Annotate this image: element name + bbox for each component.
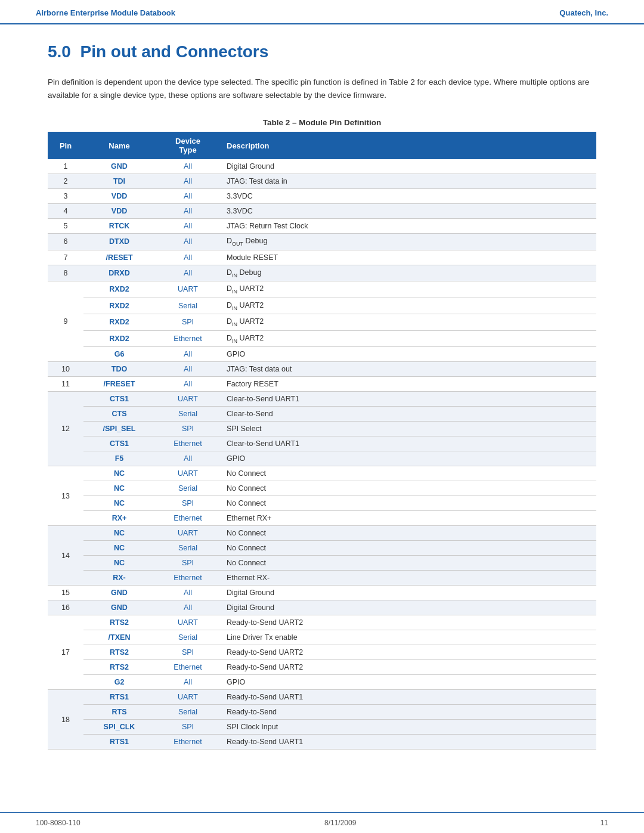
pin-type-cell: All <box>155 189 221 204</box>
table-row: /SPI_SELSPISPI Select <box>48 422 596 436</box>
table-row: F5AllGPIO <box>48 451 596 466</box>
pin-desc-cell: Ready-to-Send UART1 <box>221 690 596 705</box>
pin-name-cell: CTS <box>83 407 155 422</box>
pin-name-cell: RXD2 <box>83 330 155 347</box>
table-row: NCSPINo Connect <box>48 556 596 571</box>
pin-type-cell: UART <box>155 281 221 298</box>
table-row: 14NCUARTNo Connect <box>48 526 596 541</box>
pin-number-cell: 5 <box>48 219 83 234</box>
pin-name-cell: SPI_CLK <box>83 720 155 735</box>
pin-type-cell: Ethernet <box>155 735 221 750</box>
table-row: 12CTS1UARTClear-to-Send UART1 <box>48 392 596 407</box>
pin-name-cell: G6 <box>83 347 155 362</box>
pin-type-cell: All <box>155 451 221 466</box>
pin-desc-cell: Clear-to-Send <box>221 407 596 422</box>
pin-type-cell: All <box>155 159 221 174</box>
pin-type-cell: UART <box>155 392 221 407</box>
pin-desc-cell: Clear-to-Send UART1 <box>221 392 596 407</box>
pin-type-cell: Serial <box>155 481 221 496</box>
pin-number-cell: 3 <box>48 189 83 204</box>
pin-number-cell: 4 <box>48 204 83 219</box>
pin-number-cell: 6 <box>48 234 83 250</box>
pin-type-cell: UART <box>155 526 221 541</box>
table-row: 10TDOAllJTAG: Test data out <box>48 362 596 377</box>
pin-desc-cell: No Connect <box>221 496 596 511</box>
pin-type-cell: SPI <box>155 645 221 660</box>
pin-type-cell: UART <box>155 615 221 630</box>
pin-desc-cell: DIN UART2 <box>221 281 596 298</box>
pin-desc-cell: DIN UART2 <box>221 298 596 314</box>
pin-type-cell: All <box>155 377 221 392</box>
pin-name-cell: F5 <box>83 451 155 466</box>
col-header-pin: Pin <box>48 132 83 159</box>
pin-desc-cell: Digital Ground <box>221 600 596 615</box>
footer-date: 8/11/2009 <box>324 819 356 827</box>
pin-type-cell: SPI <box>155 556 221 571</box>
pin-desc-cell: No Connect <box>221 541 596 556</box>
col-header-type: DeviceType <box>155 132 221 159</box>
table-row: CTSSerialClear-to-Send <box>48 407 596 422</box>
pin-name-cell: G2 <box>83 675 155 690</box>
pin-desc-cell: JTAG: Return Test Clock <box>221 219 596 234</box>
pin-table: Pin Name DeviceType Description 1GNDAllD… <box>48 132 596 750</box>
pin-type-cell: All <box>155 362 221 377</box>
pin-name-cell: GND <box>83 586 155 600</box>
pin-number-cell: 8 <box>48 265 83 281</box>
pin-name-cell: RXD2 <box>83 314 155 331</box>
pin-type-cell: UART <box>155 466 221 481</box>
pin-number-cell: 11 <box>48 377 83 392</box>
pin-desc-cell: Ready-to-Send UART2 <box>221 645 596 660</box>
pin-name-cell: RX+ <box>83 511 155 526</box>
pin-desc-cell: Module RESET <box>221 250 596 265</box>
table-row: 16GNDAllDigital Ground <box>48 600 596 615</box>
pin-type-cell: Ethernet <box>155 436 221 451</box>
pin-type-cell: Ethernet <box>155 660 221 675</box>
header-title-right: Quatech, Inc. <box>559 8 608 17</box>
pin-type-cell: All <box>155 174 221 189</box>
pin-number-cell: 16 <box>48 600 83 615</box>
pin-desc-cell: GPIO <box>221 675 596 690</box>
table-row: RX-EthernetEthernet RX- <box>48 571 596 586</box>
pin-number-cell: 2 <box>48 174 83 189</box>
table-row: 7/RESETAllModule RESET <box>48 250 596 265</box>
pin-type-cell: Serial <box>155 630 221 645</box>
pin-name-cell: RTCK <box>83 219 155 234</box>
pin-desc-cell: Ethernet RX- <box>221 571 596 586</box>
pin-desc-cell: Ready-to-Send UART1 <box>221 735 596 750</box>
pin-name-cell: NC <box>83 526 155 541</box>
table-row: 6DTXDAllDOUT Debug <box>48 234 596 250</box>
pin-desc-cell: SPI Select <box>221 422 596 436</box>
col-header-desc: Description <box>221 132 596 159</box>
pin-number-cell: 1 <box>48 159 83 174</box>
pin-type-cell: Ethernet <box>155 511 221 526</box>
table-row: 9RXD2UARTDIN UART2 <box>48 281 596 298</box>
pin-name-cell: VDD <box>83 189 155 204</box>
pin-name-cell: NC <box>83 481 155 496</box>
pin-name-cell: /SPI_SEL <box>83 422 155 436</box>
pin-type-cell: All <box>155 204 221 219</box>
pin-number-cell: 17 <box>48 615 83 690</box>
pin-type-cell: All <box>155 250 221 265</box>
table-row: RXD2EthernetDIN UART2 <box>48 330 596 347</box>
pin-name-cell: CTS1 <box>83 436 155 451</box>
pin-name-cell: GND <box>83 159 155 174</box>
pin-type-cell: UART <box>155 690 221 705</box>
table-row: RTS1EthernetReady-to-Send UART1 <box>48 735 596 750</box>
pin-desc-cell: Clear-to-Send UART1 <box>221 436 596 451</box>
pin-type-cell: Serial <box>155 705 221 720</box>
table-row: 4VDDAll3.3VDC <box>48 204 596 219</box>
table-row: 15GNDAllDigital Ground <box>48 586 596 600</box>
pin-name-cell: /FRESET <box>83 377 155 392</box>
page-content: 5.0 Pin out and Connectors Pin definitio… <box>0 24 644 785</box>
header-title-left: Airborne Enterprise Module Databook <box>36 8 175 17</box>
pin-type-cell: SPI <box>155 496 221 511</box>
page-header: Airborne Enterprise Module Databook Quat… <box>0 0 644 24</box>
pin-type-cell: SPI <box>155 314 221 331</box>
table-row: 2TDIAllJTAG: Test data in <box>48 174 596 189</box>
table-row: NCSerialNo Connect <box>48 541 596 556</box>
pin-name-cell: RTS2 <box>83 660 155 675</box>
pin-name-cell: VDD <box>83 204 155 219</box>
pin-name-cell: RTS1 <box>83 735 155 750</box>
section-title: 5.0 Pin out and Connectors <box>48 42 596 61</box>
pin-type-cell: SPI <box>155 422 221 436</box>
